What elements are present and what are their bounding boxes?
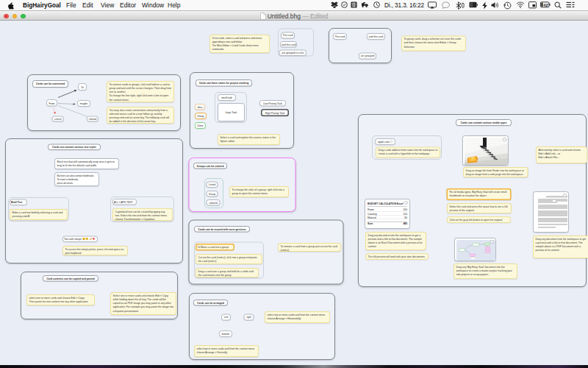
svg-text:42: 42 [543,3,548,7]
